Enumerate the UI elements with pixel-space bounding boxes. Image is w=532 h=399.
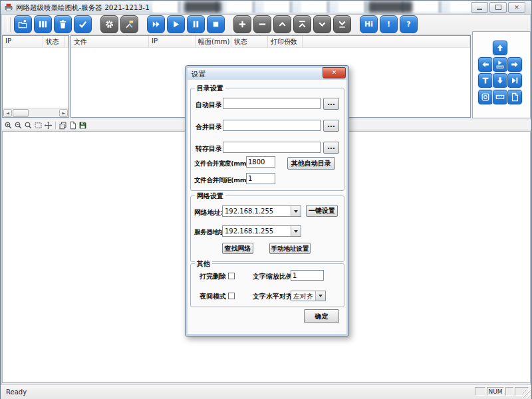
client-list-hscrollbar[interactable]: ◄ ►: [3, 108, 68, 117]
status-message: Ready: [6, 388, 27, 396]
client-list-column-ip[interactable]: IP: [3, 36, 43, 47]
panel-to-end-button[interactable]: [507, 73, 522, 88]
canvas-select-area-button[interactable]: [34, 121, 43, 130]
ok-button[interactable]: 确定: [304, 309, 339, 323]
auto-dir-input[interactable]: [223, 98, 321, 109]
merge-gap-input[interactable]: [246, 173, 275, 184]
panel-document-button[interactable]: [507, 90, 522, 104]
title-bar[interactable]: 网络超级喷墨绘图机-服务器 2021-1213-1 ✕: [1, 1, 531, 15]
toolbar-confirm-button[interactable]: [74, 15, 92, 33]
auto-dir-browse-button[interactable]: ...: [323, 98, 339, 110]
toolbar-alert-button[interactable]: !: [380, 15, 398, 33]
artifact-dark-patch: [368, 1, 412, 13]
minimize-button[interactable]: [471, 2, 488, 13]
canvas-save-button[interactable]: [78, 121, 87, 130]
job-list-column-ip[interactable]: IP: [149, 36, 196, 47]
check-icon: [78, 19, 88, 29]
open-icon: [18, 19, 28, 29]
transfer-dir-input[interactable]: [223, 142, 321, 153]
quick-setup-button[interactable]: 一键设置: [306, 205, 338, 217]
toolbar-pause-button[interactable]: [187, 15, 205, 33]
job-list-column-width[interactable]: 幅面(mm): [196, 36, 231, 47]
network-address-combobox[interactable]: 192.168.1.255: [222, 205, 301, 217]
toolbar-hi-button[interactable]: Hi: [360, 15, 378, 33]
toolbar-tools-button[interactable]: [120, 15, 138, 33]
text-align-combobox[interactable]: 左对齐: [291, 291, 326, 301]
job-list-column-status[interactable]: 状态: [231, 36, 268, 47]
find-network-button[interactable]: 查找网络: [222, 243, 253, 254]
toolbar-move-down-button[interactable]: [313, 15, 331, 33]
chevron-down-icon: [294, 210, 298, 213]
panel-measure-button[interactable]: [493, 90, 507, 104]
toolbar-send-all-button[interactable]: [147, 15, 165, 33]
server-address-dropdown[interactable]: [291, 226, 301, 236]
panel-move-down-button[interactable]: [493, 73, 507, 88]
canvas-zoom-reset-button[interactable]: [24, 121, 33, 130]
tools-icon: [124, 19, 134, 29]
toolbar-move-top-button[interactable]: [293, 15, 311, 33]
server-address-combobox[interactable]: 192.168.1.255: [222, 225, 301, 237]
toolbar-settings-button[interactable]: [100, 15, 118, 33]
document-icon: [510, 92, 519, 102]
toolbar-grip[interactable]: [7, 17, 11, 32]
panel-text-button[interactable]: [478, 73, 493, 88]
close-icon: ✕: [514, 4, 519, 11]
transfer-dir-browse-button[interactable]: ...: [323, 142, 339, 154]
text-scale-input[interactable]: [291, 270, 324, 281]
toolbar-stop-button[interactable]: [207, 15, 225, 33]
dialog-close-button[interactable]: ✕: [323, 67, 346, 78]
toolbar-columns-button[interactable]: [34, 15, 52, 33]
toolbar-add-button[interactable]: [233, 15, 251, 33]
manual-address-button[interactable]: 手动地址设置: [269, 243, 311, 254]
resize-grip[interactable]: [522, 390, 531, 398]
network-address-dropdown[interactable]: [291, 206, 301, 216]
night-mode-checkbox[interactable]: [228, 293, 235, 299]
close-button[interactable]: ✕: [508, 2, 525, 13]
toolbar-open-button[interactable]: [14, 15, 32, 33]
toolbar-move-bottom-button[interactable]: [333, 15, 351, 33]
toolbar-start-button[interactable]: [167, 15, 185, 33]
arrow-left-icon: [481, 60, 490, 69]
panel-move-left-button[interactable]: [478, 57, 493, 72]
scroll-left-arrow[interactable]: ◄: [3, 109, 12, 117]
text-align-dropdown[interactable]: [315, 291, 325, 301]
scroll-right-arrow[interactable]: ►: [59, 109, 68, 117]
main-toolbar: Hi!?: [2, 15, 530, 35]
merge-dir-browse-button[interactable]: ...: [323, 120, 339, 132]
panel-move-right-button[interactable]: [507, 57, 522, 72]
scroll-thumb[interactable]: [13, 109, 29, 117]
network-address-label: 网络地址:: [194, 208, 223, 217]
canvas-page-button[interactable]: [68, 121, 77, 130]
pause-icon: [191, 19, 201, 29]
status-cell-empty: [505, 387, 513, 396]
canvas-copy-button[interactable]: [59, 121, 67, 130]
job-list-column-file[interactable]: 文件: [71, 36, 149, 47]
client-list-header: IP状态: [3, 36, 68, 48]
merge-dir-input[interactable]: [223, 120, 321, 131]
canvas-zoom-in-button[interactable]: [4, 121, 13, 130]
client-list[interactable]: IP状态 ◄ ►: [2, 35, 69, 118]
trash-icon: [58, 19, 68, 29]
server-address-value: 192.168.1.255: [225, 227, 273, 235]
delete-after-print-checkbox[interactable]: [228, 273, 235, 279]
other-auto-dirs-button[interactable]: 其他自动目录: [287, 157, 335, 170]
double-arrow-icon: [151, 19, 161, 29]
arrow-up-icon: [495, 43, 505, 53]
merge-width-input[interactable]: [246, 156, 275, 168]
toolbar-remove-button[interactable]: [253, 15, 271, 33]
canvas-pan-button[interactable]: [44, 121, 53, 130]
job-list-column-copies[interactable]: 打印份数: [268, 36, 303, 47]
toolbar-move-up-button[interactable]: [273, 15, 291, 33]
chevron-up-bar-icon: [297, 19, 307, 29]
network-address-value: 192.168.1.255: [225, 207, 273, 215]
canvas-zoom-out-button[interactable]: [14, 121, 23, 130]
panel-move-up-button[interactable]: [493, 41, 507, 55]
maximize-button[interactable]: [489, 2, 507, 13]
toolbar-help-button[interactable]: ?: [400, 15, 418, 33]
panel-camera-button[interactable]: [478, 90, 493, 104]
client-list-column-status[interactable]: 状态: [43, 36, 65, 47]
plus-icon: [237, 19, 247, 29]
panel-preview-button[interactable]: [493, 57, 507, 72]
toolbar-delete-button[interactable]: [54, 15, 72, 33]
status-bar: Ready NUM: [1, 384, 531, 399]
